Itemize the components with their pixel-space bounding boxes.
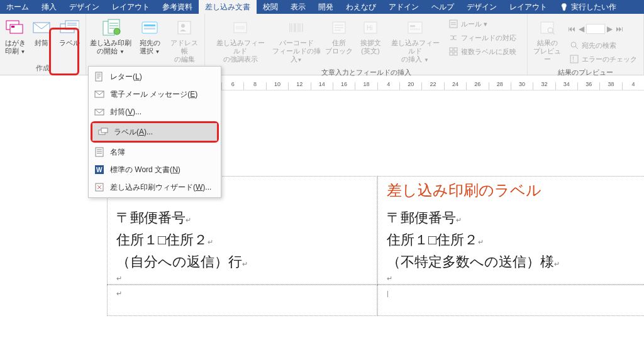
- tab-tellme[interactable]: 実行したい作: [553, 0, 623, 14]
- highlight-label-menu-item: ラベル(A)...: [91, 121, 219, 143]
- tab-layout[interactable]: レイアウト: [106, 0, 156, 14]
- rules-button[interactable]: ルール ▾: [446, 18, 519, 30]
- tab-layout2[interactable]: レイアウト: [503, 0, 553, 14]
- label-cell-bl[interactable]: ↵: [107, 285, 377, 316]
- dd-wizard[interactable]: 差し込み印刷ウィザード(W)...: [89, 178, 221, 196]
- svg-rect-34: [450, 20, 457, 28]
- dd-normal-doc[interactable]: W 標準の Word 文書(N): [89, 161, 221, 178]
- dd-email[interactable]: 電子メール メッセージ(E): [89, 85, 221, 103]
- wizard-icon: [94, 182, 105, 193]
- group-write-label: 文章入力とフィールドの挿入: [319, 67, 414, 79]
- insert-merge-field-button[interactable]: 差し込みフィールドの挿入 ▼: [387, 16, 443, 67]
- tab-insert[interactable]: 挿入: [35, 0, 63, 14]
- tab-design2[interactable]: デザイン: [460, 0, 503, 14]
- right-title: 差し込み印刷のラベル: [387, 180, 641, 200]
- record-number-field[interactable]: [586, 24, 605, 34]
- svg-rect-2: [11, 26, 14, 28]
- svg-text:!: !: [572, 56, 574, 63]
- match-fields-button[interactable]: フィールドの対応: [446, 31, 519, 44]
- svg-rect-51: [96, 148, 103, 156]
- group-preview: 結果のプレビュー ⏮ ◀ ▶ ⏭ 宛先の検索 ! エラーのチェック: [528, 14, 644, 75]
- tab-addin[interactable]: アドイン: [382, 0, 425, 14]
- svg-rect-46: [96, 72, 102, 81]
- tab-waenabi[interactable]: わえなび: [340, 0, 382, 14]
- update-labels-button[interactable]: 複数ラベルに反映: [446, 45, 519, 58]
- envelope-small-icon: [94, 106, 105, 117]
- svg-rect-17: [236, 26, 245, 30]
- word-icon: W: [94, 164, 105, 175]
- tab-review[interactable]: 校閲: [257, 0, 284, 14]
- last-record-icon[interactable]: ⏭: [614, 23, 625, 35]
- start-mail-merge-button[interactable]: 差し込み印刷の開始 ▼: [89, 16, 133, 58]
- error-check-icon: !: [569, 54, 579, 64]
- find-icon: [569, 40, 579, 50]
- svg-rect-35: [450, 48, 453, 51]
- greeting-icon: Hi: [360, 18, 380, 38]
- select-recipients-button[interactable]: 宛先の選択 ▼: [134, 16, 165, 58]
- svg-point-15: [181, 24, 185, 28]
- label-cell-right[interactable]: 差し込み印刷のラベル 〒郵便番号↵ 住所１□住所２↵ （不特定多数への送信）様↵…: [377, 176, 644, 285]
- edit-recipient-list-button[interactable]: アドレス帳の編集: [167, 16, 202, 66]
- address-block-button[interactable]: 住所ブロック: [324, 16, 354, 58]
- highlight-fields-button[interactable]: 差し込みフィールドの強調表示: [212, 16, 269, 66]
- tab-developer[interactable]: 開発: [312, 0, 340, 14]
- svg-rect-31: [408, 22, 422, 33]
- svg-rect-37: [450, 52, 453, 55]
- svg-rect-44: [570, 55, 578, 63]
- prev-record-icon[interactable]: ◀: [577, 23, 586, 35]
- mail-merge-icon: [101, 18, 121, 38]
- svg-point-10: [114, 28, 120, 35]
- preview-icon: [537, 18, 557, 38]
- letter-icon: [94, 71, 105, 82]
- label-small-icon: [97, 126, 109, 138]
- svg-text:W: W: [96, 166, 103, 173]
- dd-letter[interactable]: レター(L): [89, 68, 221, 85]
- barcode-icon: [286, 18, 306, 38]
- hagaki-print-button[interactable]: はがき印刷 ▼: [3, 16, 28, 58]
- label-cell-br[interactable]: |: [377, 285, 644, 316]
- svg-line-43: [575, 46, 578, 49]
- svg-rect-13: [144, 28, 155, 30]
- recipients-icon: [140, 18, 160, 38]
- ruler: 6 8 10 12 14 16 18 4 20 22 24 26 28 30 3…: [221, 79, 644, 90]
- barcode-button[interactable]: バーコードフィールドの挿入▼: [270, 16, 323, 67]
- merge-field-icon: [405, 18, 425, 38]
- tab-home[interactable]: ホーム: [0, 0, 35, 14]
- postcard-icon: [5, 18, 25, 38]
- highlight-icon: [230, 18, 250, 38]
- dd-envelope[interactable]: 封筒(V)...: [89, 103, 221, 121]
- tab-strip: ホーム 挿入 デザイン レイアウト 参考資料 差し込み文書 校閲 表示 開発 わ…: [0, 0, 644, 14]
- svg-rect-33: [410, 28, 420, 30]
- group-preview-label: 結果のプレビュー: [555, 67, 616, 79]
- svg-rect-12: [144, 25, 155, 26]
- highlight-label-button: [49, 28, 79, 75]
- svg-rect-14: [178, 21, 191, 34]
- find-recipient-button[interactable]: 宛先の検索: [567, 39, 640, 52]
- svg-rect-38: [454, 52, 457, 55]
- dd-directory[interactable]: 名簿: [89, 143, 221, 161]
- preview-results-button[interactable]: 結果のプレビュー: [530, 16, 564, 66]
- check-errors-button[interactable]: ! エラーのチェック: [567, 53, 640, 65]
- address-block-icon: [329, 18, 349, 38]
- svg-point-42: [571, 42, 576, 47]
- svg-rect-32: [410, 25, 415, 27]
- tab-design[interactable]: デザイン: [63, 0, 106, 14]
- tab-mailings[interactable]: 差し込み文書: [199, 0, 257, 14]
- tab-view[interactable]: 表示: [284, 0, 312, 14]
- start-mail-merge-dropdown: レター(L) 電子メール メッセージ(E) 封筒(V)... ラベル(A)...…: [88, 66, 221, 198]
- first-record-icon[interactable]: ⏮: [567, 23, 577, 35]
- greeting-line-button[interactable]: Hi 挨拶文(英文): [355, 16, 386, 58]
- dd-label[interactable]: ラベル(A)...: [92, 123, 217, 141]
- tab-help[interactable]: ヘルプ: [425, 0, 460, 14]
- record-nav: ⏮ ◀ ▶ ⏭: [567, 18, 640, 38]
- directory-icon: [94, 146, 105, 158]
- email-icon: [94, 89, 105, 100]
- tab-references[interactable]: 参考資料: [156, 0, 199, 14]
- update-labels-icon: [448, 46, 458, 57]
- group-write: 差し込みフィールドの強調表示 バーコードフィールドの挿入▼ 住所ブロック Hi …: [205, 14, 528, 75]
- svg-text:Hi: Hi: [367, 25, 372, 31]
- svg-rect-36: [454, 48, 457, 51]
- address-book-icon: [174, 18, 194, 38]
- svg-rect-50: [101, 128, 108, 133]
- next-record-icon[interactable]: ▶: [606, 23, 614, 35]
